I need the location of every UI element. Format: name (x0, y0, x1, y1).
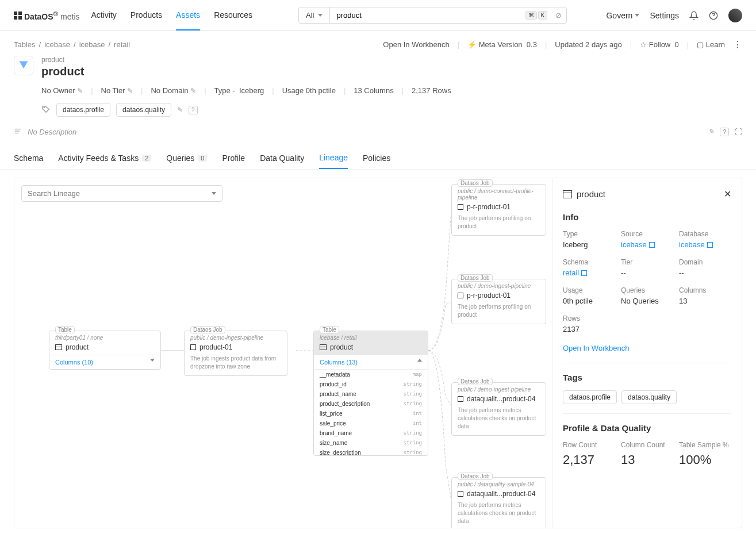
tag-chip[interactable]: dataos.quality (621, 390, 677, 404)
lineage-node-job[interactable]: Dataos Job public / demo-ingest-pipeline… (451, 382, 546, 436)
tag-row: dataos.profile dataos.quality ✎ ? (0, 95, 756, 117)
title-block: product product (0, 50, 756, 78)
breadcrumb-item[interactable]: icebase (44, 40, 70, 49)
domain-field[interactable]: No Domain ✎ (151, 86, 196, 95)
lineage-node-job[interactable]: Dataos Job public / demo-ingest-pipeline… (451, 279, 546, 324)
nav-activity[interactable]: Activity (91, 1, 117, 30)
more-menu-icon[interactable]: ⋮ (733, 39, 742, 50)
node-columns-toggle[interactable]: Columns (10) (49, 355, 160, 369)
column-row[interactable]: brand_namestring (314, 428, 428, 438)
main-nav: Activity Products Assets Resources (91, 1, 253, 30)
open-workbench-link[interactable]: Open In Workbench (383, 40, 449, 49)
edit-description-icon[interactable]: ✎ (708, 128, 714, 136)
edit-icon[interactable]: ✎ (127, 87, 133, 95)
node-title: dataqualit...product-04 (452, 489, 546, 501)
lineage-node-job[interactable]: Dataos Job public / dataquality-sample-0… (451, 477, 546, 528)
search-clear-icon[interactable]: ⊘ (551, 11, 566, 20)
description-placeholder[interactable]: No Description (28, 128, 76, 136)
edit-tags-icon[interactable]: ✎ (177, 106, 183, 114)
tab-profile[interactable]: Profile (222, 147, 245, 169)
node-type-label: Table (55, 326, 75, 333)
open-in-workbench-link[interactable]: Open In Workbench (563, 344, 731, 352)
node-title: product (314, 342, 428, 355)
request-description-icon[interactable]: ? (720, 128, 729, 136)
lineage-node-source-table[interactable]: Table thirdparty01 / none product Column… (49, 331, 161, 370)
profile-quality-heading: Profile & Data Quality (563, 423, 731, 433)
detail-side-panel: product ✕ Info TypeIceberg Sourceicebase… (552, 178, 742, 528)
job-icon (458, 204, 463, 210)
tab-schema[interactable]: Schema (14, 147, 43, 169)
help-icon[interactable] (709, 11, 718, 20)
node-type-label: Dataos Job (458, 179, 493, 187)
page-title: product (41, 65, 84, 78)
tag-chip[interactable]: dataos.quality (116, 103, 171, 117)
tab-policies[interactable]: Policies (363, 147, 390, 169)
node-description: The job performs profiling on product (452, 214, 546, 235)
tab-queries[interactable]: Queries0 (166, 147, 207, 169)
job-icon (458, 491, 463, 497)
schema-link[interactable]: retail (563, 268, 615, 277)
node-column-list[interactable]: __metadatamapproduct_idstringproduct_nam… (314, 369, 428, 455)
lineage-canvas[interactable]: Table thirdparty01 / none product Column… (14, 178, 552, 528)
node-columns-toggle[interactable]: Columns (13) (314, 355, 428, 369)
column-row[interactable]: __metadatamap (314, 370, 428, 379)
request-tag-icon[interactable]: ? (189, 106, 198, 114)
edit-icon[interactable]: ✎ (77, 87, 83, 95)
bell-icon[interactable] (689, 11, 699, 20)
column-row[interactable]: product_namestring (314, 389, 428, 399)
node-type-label: Dataos Job (458, 274, 493, 282)
kbd-cmd: ⌘ (525, 11, 537, 20)
breadcrumb-item[interactable]: Tables (14, 40, 36, 49)
source-link[interactable]: icebase (621, 240, 673, 249)
lineage-node-selected-table[interactable]: Table icebase / retail product Columns (… (313, 331, 428, 456)
tab-data-quality[interactable]: Data Quality (260, 147, 304, 169)
search-input[interactable] (330, 7, 525, 23)
column-row[interactable]: list_priceint (314, 409, 428, 419)
info-label: Domain (679, 258, 731, 266)
node-description: The job performs profiling on product (452, 303, 546, 324)
govern-menu[interactable]: Govern (606, 11, 639, 20)
column-row[interactable]: product_idstring (314, 379, 428, 389)
description-row: No Description ✎ ? ⛶ (0, 117, 756, 141)
lineage-search-input[interactable] (28, 189, 212, 198)
info-label: Database (679, 230, 731, 238)
search-filter-dropdown[interactable]: All (299, 7, 329, 23)
edit-icon[interactable]: ✎ (190, 87, 196, 95)
node-title: p-r-product-01 (452, 290, 546, 303)
nav-resources[interactable]: Resources (214, 1, 252, 30)
chevron-down-icon (150, 359, 155, 362)
meta-version: ⚡ Meta Version 0.3 (467, 40, 537, 49)
logo[interactable]: DataOS® metis (14, 10, 80, 21)
owner-field[interactable]: No Owner ✎ (41, 86, 83, 95)
column-row[interactable]: product_descriptionstring (314, 399, 428, 409)
tier-field[interactable]: No Tier ✎ (101, 86, 133, 95)
database-link[interactable]: icebase (679, 240, 731, 249)
column-row[interactable]: size_descriptionstring (314, 448, 428, 455)
tab-activity[interactable]: Activity Feeds & Tasks2 (58, 147, 151, 169)
learn-link[interactable]: ▢ Learn (697, 40, 725, 49)
breadcrumb-item[interactable]: retail (114, 40, 130, 49)
svg-rect-1 (18, 11, 22, 15)
lineage-search[interactable] (21, 185, 222, 202)
tag-chip[interactable]: dataos.profile (56, 103, 110, 117)
lineage-node-job[interactable]: Dataos Job public / demo-connect-profile… (451, 184, 546, 236)
tags-heading: Tags (563, 373, 731, 382)
info-value: 2137 (563, 325, 615, 333)
expand-icon[interactable]: ⛶ (735, 128, 742, 136)
node-type-label: Dataos Job (458, 473, 493, 480)
breadcrumb-item[interactable]: icebase (79, 40, 105, 49)
column-row[interactable]: size_namestring (314, 438, 428, 448)
table-icon (563, 190, 572, 198)
global-search[interactable]: All ⌘ K ⊘ (298, 7, 567, 24)
follow-button[interactable]: ☆ Follow 0 (640, 40, 679, 49)
column-row[interactable]: sale_priceint (314, 419, 428, 428)
close-icon[interactable]: ✕ (724, 189, 731, 199)
tag-chip[interactable]: dataos.profile (563, 390, 617, 404)
settings-link[interactable]: Settings (650, 11, 679, 20)
tab-lineage[interactable]: Lineage (319, 147, 348, 169)
nav-assets[interactable]: Assets (176, 1, 200, 30)
user-avatar[interactable] (728, 9, 742, 22)
nav-products[interactable]: Products (131, 1, 162, 30)
usage-field: Usage 0th pctile (282, 86, 336, 95)
lineage-node-job[interactable]: Dataos Job public / demo-ingest-pipeline… (184, 331, 287, 376)
